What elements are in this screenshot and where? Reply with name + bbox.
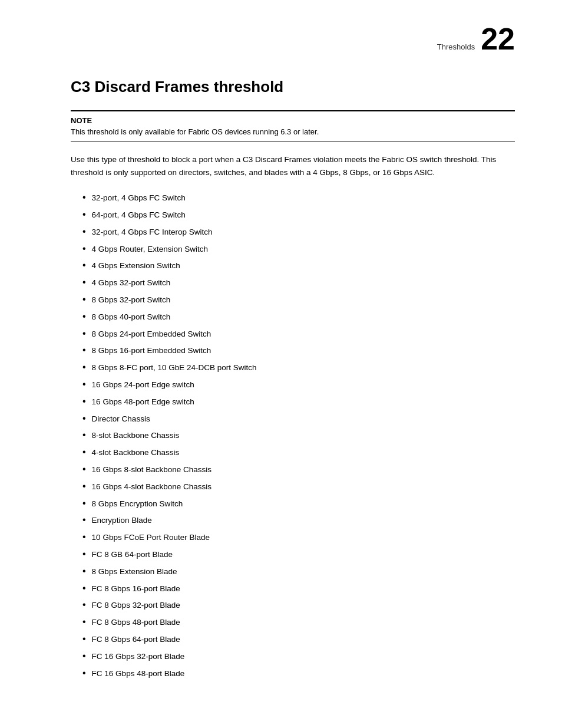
bullet-list: 32-port, 4 Gbps FC Switch64-port, 4 Gbps…	[82, 189, 515, 681]
list-item: 4 Gbps Extension Switch	[82, 257, 515, 274]
list-item: FC 16 Gbps 32-port Blade	[82, 648, 515, 665]
body-text: Use this type of threshold to block a po…	[71, 153, 515, 179]
list-item: 4 Gbps 32-port Switch	[82, 274, 515, 291]
list-item: FC 8 GB 64-port Blade	[82, 546, 515, 563]
list-item: FC 16 Gbps 48-port Blade	[82, 665, 515, 682]
list-item: 8 Gbps 16-port Embedded Switch	[82, 342, 515, 359]
chapter-label: Thresholds	[437, 42, 475, 51]
list-item: 8 Gbps Extension Blade	[82, 563, 515, 580]
header-right: Thresholds 22	[437, 24, 515, 54]
list-item: FC 8 Gbps 16-port Blade	[82, 580, 515, 597]
list-item: FC 8 Gbps 64-port Blade	[82, 631, 515, 648]
note-label: NOTE	[71, 116, 515, 125]
list-item: 8 Gbps Encryption Switch	[82, 495, 515, 512]
list-item: FC 8 Gbps 48-port Blade	[82, 614, 515, 631]
list-item: 8-slot Backbone Chassis	[82, 427, 515, 444]
list-item: 64-port, 4 Gbps FC Switch	[82, 206, 515, 223]
list-item: 16 Gbps 4-slot Backbone Chassis	[82, 478, 515, 495]
list-item: 10 Gbps FCoE Port Router Blade	[82, 529, 515, 546]
list-item: Director Chassis	[82, 410, 515, 427]
list-item: 16 Gbps 8-slot Backbone Chassis	[82, 461, 515, 478]
list-item: 32-port, 4 Gbps FC Switch	[82, 189, 515, 206]
list-item: 8 Gbps 8-FC port, 10 GbE 24-DCB port Swi…	[82, 359, 515, 376]
list-item: 8 Gbps 32-port Switch	[82, 291, 515, 308]
list-item: 16 Gbps 48-port Edge switch	[82, 393, 515, 410]
page-header: Thresholds 22	[71, 24, 515, 54]
page-title: C3 Discard Frames threshold	[71, 78, 515, 98]
list-item: Encryption Blade	[82, 512, 515, 529]
list-item: FC 8 Gbps 32-port Blade	[82, 597, 515, 614]
list-item: 32-port, 4 Gbps FC Interop Switch	[82, 223, 515, 241]
list-item: 4-slot Backbone Chassis	[82, 444, 515, 461]
list-item: 8 Gbps 24-port Embedded Switch	[82, 325, 515, 342]
note-text: This threshold is only available for Fab…	[71, 127, 515, 136]
list-item: 16 Gbps 24-port Edge switch	[82, 376, 515, 393]
list-item: 4 Gbps Router, Extension Switch	[82, 241, 515, 258]
list-item: 8 Gbps 40-port Switch	[82, 308, 515, 325]
note-box: NOTE This threshold is only available fo…	[71, 110, 515, 141]
chapter-number: 22	[481, 24, 515, 54]
page: Thresholds 22 C3 Discard Frames threshol…	[0, 0, 562, 728]
